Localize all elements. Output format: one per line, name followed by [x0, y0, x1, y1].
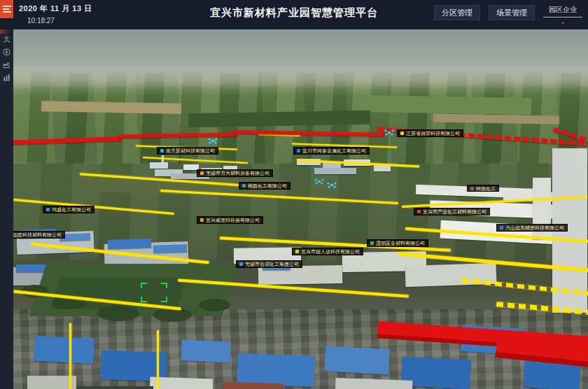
company-marker-icon: [200, 218, 204, 222]
sidebar-item-person[interactable]: [0, 34, 13, 46]
company-label-text: 同德化工: [476, 185, 496, 192]
company-label[interactable]: 溧阳富金材料有限公司: [367, 239, 428, 247]
company-label[interactable]: 鸿盛化工有限公司: [43, 206, 94, 213]
drone-icon[interactable]: [384, 126, 394, 132]
bar-chart-icon: [3, 71, 10, 84]
sidebar-item-power[interactable]: [0, 46, 13, 59]
company-label-text: 宜兴市国人达科技有限公司: [301, 248, 360, 255]
company-label[interactable]: 南方新材科技有限公司: [157, 147, 218, 155]
power-icon: [3, 46, 10, 59]
company-marker-icon: [242, 184, 246, 188]
company-label[interactable]: 同德化工: [467, 185, 499, 192]
scene-manage-button[interactable]: 场景管理: [489, 5, 535, 20]
app-window: 2020 年 11 月 13 日 10:18:27 宜兴市新材料产业园智慧管理平…: [0, 0, 588, 389]
company-marker-icon: [200, 171, 204, 175]
hamburger-icon: [3, 3, 11, 15]
factory-icon: [3, 59, 10, 71]
company-label[interactable]: 横园化工有限公司: [239, 182, 290, 190]
company-marker-icon: [46, 208, 50, 211]
datetime-block: 2020 年 11 月 13 日 10:18:27: [19, 3, 92, 24]
drone-icon[interactable]: [208, 134, 218, 141]
current-date: 2020 年 11 月 13 日: [19, 3, 92, 14]
company-marker-icon: [400, 132, 404, 135]
current-time: 10:18:27: [27, 17, 92, 24]
company-label[interactable]: 盐川市同泰金属化工有限公司: [293, 147, 370, 155]
company-marker-icon: [370, 241, 374, 245]
company-label-text: 远图科技材料有限公司: [13, 232, 62, 238]
zone-manage-button[interactable]: 分区管理: [434, 5, 480, 20]
company-label-text: 力山远东精密科技有限公司: [505, 225, 564, 231]
company-marker-icon: [470, 187, 474, 190]
company-label-text: 南方新材科技有限公司: [166, 148, 215, 154]
company-label[interactable]: 无锡市合成化工集团公司: [236, 260, 302, 268]
company-marker-icon: [297, 149, 300, 153]
company-label-text: 宜兴市产业化工材料有限公司: [423, 208, 486, 215]
header-actions: 分区管理 场景管理 园区企业 ⌄: [434, 5, 582, 25]
company-label[interactable]: 宜兴市产业化工材料有限公司: [414, 208, 490, 215]
menu-button[interactable]: [0, 0, 13, 18]
company-label-text: 横园化工有限公司: [248, 183, 287, 189]
company-label-text: 溧阳富金材料有限公司: [376, 240, 425, 246]
company-label[interactable]: 无锡市方大材料设备有限公司: [197, 169, 273, 177]
company-label[interactable]: 力山远东精密科技有限公司: [496, 224, 568, 232]
top-header-bar: 2020 年 11 月 13 日 10:18:27 宜兴市新材料产业园智慧管理平…: [0, 0, 588, 29]
selection-reticle: [141, 283, 167, 302]
left-sidebar: [0, 18, 13, 389]
company-label[interactable]: 江苏省昌荣科技有限公司: [397, 129, 463, 137]
company-marker-icon: [500, 226, 503, 229]
company-label-text: 盐川市同泰金属化工有限公司: [302, 148, 366, 154]
park-enterprise-dropdown[interactable]: 园区企业 ⌄: [543, 5, 582, 25]
company-label-text: 宜兴威尼特容器有限公司: [206, 217, 260, 223]
map-3d-viewport[interactable]: 南方新材科技有限公司 盐川市同泰金属化工有限公司 无锡市方大材料设备有限公司 横…: [13, 29, 588, 389]
sidebar-item-factory[interactable]: [0, 59, 13, 71]
company-label-text: 无锡市合成化工集团公司: [245, 261, 299, 267]
company-marker-icon: [239, 262, 243, 266]
company-label-text: 鸿盛化工有限公司: [52, 206, 91, 213]
company-label[interactable]: 宜兴威尼特容器有限公司: [197, 216, 263, 224]
horizon-haze: [13, 66, 588, 97]
company-label-text: 江苏省昌荣科技有限公司: [406, 130, 460, 136]
company-label-text: 无锡市方大材料设备有限公司: [206, 170, 270, 176]
chevron-down-icon: ⌄: [543, 19, 582, 25]
dropdown-label: 园区企业: [543, 5, 582, 17]
company-label[interactable]: 宜兴市国人达科技有限公司: [292, 248, 363, 255]
company-marker-icon: [417, 210, 421, 213]
company-marker-icon: [295, 250, 299, 253]
sidebar-item-statistics[interactable]: [0, 71, 13, 84]
drone-icon[interactable]: [327, 178, 337, 185]
company-marker-icon: [160, 149, 164, 153]
person-icon: [3, 34, 10, 46]
company-label[interactable]: 远图科技材料有限公司: [13, 231, 65, 239]
drone-icon[interactable]: [314, 175, 324, 181]
